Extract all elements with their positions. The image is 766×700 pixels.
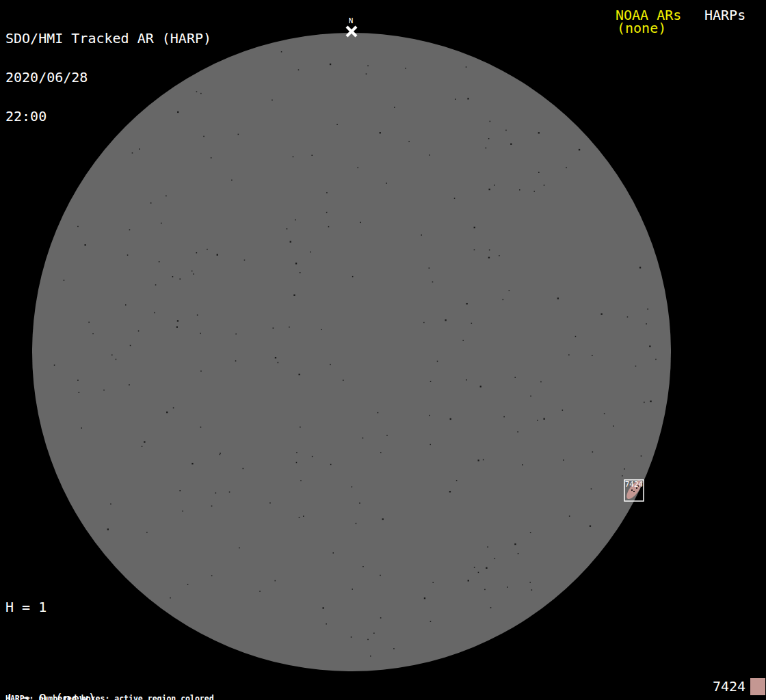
header-block: SDO/HMI Tracked AR (HARP) 2020/06/28 22:…	[5, 6, 211, 149]
legend-spacer	[5, 647, 162, 660]
harp-color-swatch	[750, 678, 765, 695]
harp-count: H = 1	[5, 601, 162, 614]
footer-harp-id: 7424	[713, 679, 745, 693]
footer-caption-harps: HARPs: numbered boxes; active region col…	[5, 695, 280, 700]
page-title: SDO/HMI Tracked AR (HARP)	[5, 32, 211, 45]
footer-captions: HARPs: numbered boxes; active region col…	[5, 677, 280, 700]
harp-disk-map: N 7424 SDO/HMI Tracked AR (HARP) 2020/06…	[0, 0, 766, 700]
observation-date: 2020/06/28	[5, 71, 211, 84]
harps-column-label: HARPs	[704, 7, 745, 23]
harp-box-label: 7424	[625, 480, 644, 489]
noaa-ars-value: (none)	[617, 20, 666, 36]
north-pole-label: N	[349, 16, 354, 25]
observation-time: 22:00	[5, 110, 211, 123]
